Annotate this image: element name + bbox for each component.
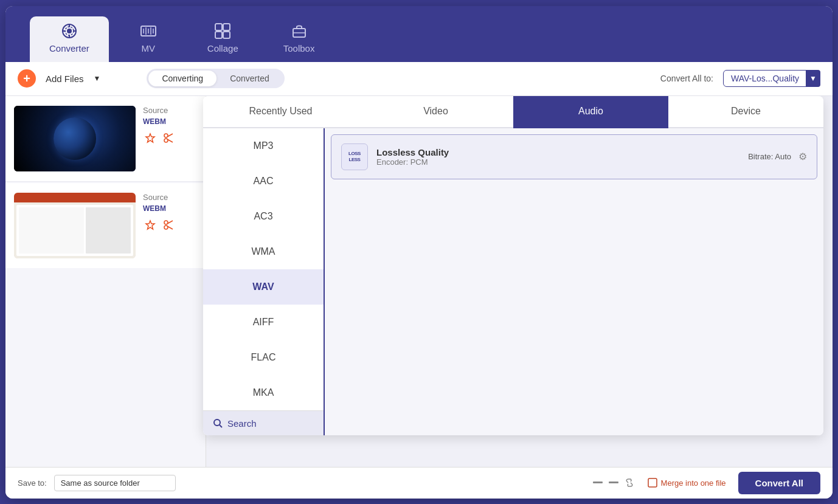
file-actions-1 — [143, 131, 197, 145]
converting-tab[interactable]: Converting — [148, 71, 216, 86]
quality-name-lossless: Lossless Quality — [376, 147, 739, 157]
file-source-2: Source — [143, 193, 197, 202]
search-icon — [213, 418, 223, 428]
format-dropdown: Recently Used Video Audio Device MP3 AAC… — [203, 96, 823, 435]
screen-content — [16, 205, 133, 256]
bottom-bar: Save to: Merge into one file — [5, 467, 833, 499]
main-content: Source WEBM — [5, 96, 833, 467]
nav-tab-collage[interactable]: Collage — [188, 16, 258, 62]
file-item-2: Source WEBM — [5, 183, 206, 268]
merge-label: Merge into one file — [661, 478, 726, 488]
top-nav: Converter MV Collage Toolbox — [5, 6, 833, 62]
format-ac3[interactable]: AC3 — [203, 199, 324, 234]
format-search[interactable]: Search — [203, 410, 324, 435]
quality-panel: LOSS LESS Lossless Quality Encoder: PCM … — [325, 128, 823, 435]
format-mka[interactable]: MKA — [203, 375, 324, 410]
converted-tab[interactable]: Converted — [216, 71, 283, 86]
format-aiff[interactable]: AIFF — [203, 305, 324, 340]
format-tab-device[interactable]: Device — [668, 96, 823, 128]
file-info-1: Source WEBM — [143, 106, 197, 145]
format-wma[interactable]: WMA — [203, 234, 324, 269]
format-tab-video[interactable]: Video — [358, 96, 513, 128]
nav-tab-converter[interactable]: Converter — [30, 16, 109, 62]
app-window: Converter MV Collage Toolbox — [5, 6, 833, 499]
convert-all-select-wrapper: WAV-Los...Quality ▼ — [723, 70, 820, 87]
svg-rect-5 — [223, 24, 230, 30]
file-info-2: Source WEBM — [143, 193, 197, 232]
add-files-label: Add Files — [46, 74, 84, 84]
save-to-label: Save to: — [18, 478, 47, 488]
search-label: Search — [227, 418, 257, 429]
merge-btn[interactable]: Merge into one file — [648, 478, 726, 488]
file-list: Source WEBM — [5, 96, 206, 467]
star-icon-2[interactable] — [143, 218, 158, 232]
file-source-1: Source — [143, 106, 197, 115]
svg-line-19 — [220, 425, 222, 427]
bitrate-value-lossless: Bitrate: Auto — [748, 152, 791, 161]
convert-all-label: Convert All to: — [660, 74, 713, 83]
nav-tab-converter-label: Converter — [49, 43, 89, 54]
format-wav[interactable]: WAV — [203, 269, 324, 305]
toolbar: + Add Files ▼ Converting Converted Conve… — [5, 62, 833, 96]
add-files-icon-btn[interactable]: + — [18, 69, 36, 88]
format-aac[interactable]: AAC — [203, 164, 324, 199]
bottom-icons — [592, 477, 635, 489]
save-to-input[interactable] — [54, 475, 176, 491]
quality-encoder-lossless: Encoder: PCM — [376, 157, 739, 167]
file-thumb-2 — [14, 193, 136, 258]
screen-main — [19, 207, 84, 254]
cut-icon[interactable] — [592, 477, 604, 489]
nav-tab-mv-label: MV — [142, 43, 156, 54]
nav-tab-mv[interactable]: MV — [115, 16, 182, 62]
file-format-1: WEBM — [143, 117, 197, 126]
svg-rect-22 — [648, 478, 657, 487]
file-thumb-1 — [14, 106, 136, 171]
quality-icon-lossless: LOSS LESS — [341, 143, 368, 170]
scissor-icon-2[interactable] — [161, 218, 176, 232]
format-mp3[interactable]: MP3 — [203, 128, 324, 164]
format-flac[interactable]: FLAC — [203, 340, 324, 375]
nav-tab-toolbox-label: Toolbox — [283, 43, 315, 54]
merge-icon — [648, 478, 657, 488]
quality-info-lossless: Lossless Quality Encoder: PCM — [376, 147, 739, 167]
earth-visual — [14, 106, 136, 171]
screen-bar — [14, 193, 136, 202]
file-format-2: WEBM — [143, 204, 197, 213]
convert-all-button[interactable]: Convert All — [738, 472, 820, 494]
converting-tabs: Converting Converted — [147, 69, 284, 88]
volume-icon[interactable] — [608, 477, 620, 489]
gear-icon-lossless[interactable]: ⚙ — [798, 151, 807, 162]
quality-bitrate-lossless: Bitrate: Auto ⚙ — [748, 151, 807, 162]
nav-tab-collage-label: Collage — [207, 43, 238, 54]
svg-point-18 — [214, 419, 220, 426]
star-icon-1[interactable] — [143, 131, 158, 145]
format-tab-recently-used[interactable]: Recently Used — [203, 96, 358, 128]
nav-tab-toolbox[interactable]: Toolbox — [264, 16, 334, 62]
scissor-icon-1[interactable] — [161, 131, 176, 145]
file-actions-2 — [143, 218, 197, 232]
format-tab-audio[interactable]: Audio — [513, 96, 668, 128]
link-icon[interactable] — [623, 477, 635, 489]
format-tabs: Recently Used Video Audio Device — [203, 96, 823, 128]
svg-rect-7 — [223, 32, 230, 38]
screen-visual — [14, 193, 136, 258]
format-list: MP3 AAC AC3 WMA WAV AIFF FLAC MKA Search — [203, 128, 325, 435]
convert-all-select[interactable]: WAV-Los...Quality — [723, 70, 820, 87]
svg-point-1 — [67, 29, 72, 33]
format-body: MP3 AAC AC3 WMA WAV AIFF FLAC MKA Search — [203, 128, 823, 435]
add-files-dropdown-arrow[interactable]: ▼ — [94, 74, 101, 83]
quality-item-lossless[interactable]: LOSS LESS Lossless Quality Encoder: PCM … — [331, 134, 817, 179]
svg-rect-20 — [593, 482, 603, 483]
screen-side — [86, 207, 131, 254]
svg-rect-21 — [609, 482, 618, 483]
svg-rect-4 — [215, 24, 222, 30]
svg-rect-6 — [215, 32, 222, 38]
file-item-1: Source WEBM — [5, 96, 206, 182]
